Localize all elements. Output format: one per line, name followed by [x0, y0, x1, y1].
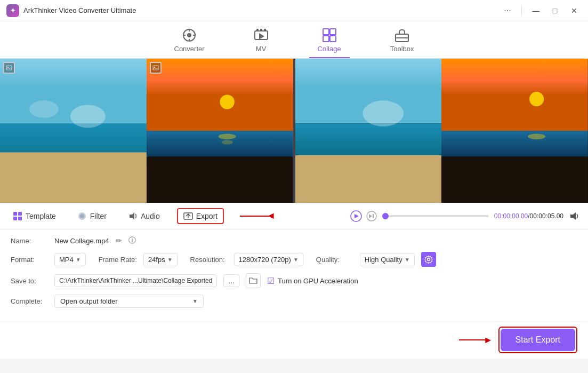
tab-mv-label: MV — [256, 45, 267, 53]
title-bar-left: ✦ ArkThinker Video Converter Ultimate — [6, 4, 136, 17]
title-separator — [521, 5, 522, 16]
format-value: MP4 — [59, 256, 74, 264]
toolbar-template[interactable]: Template — [9, 208, 60, 224]
playback-controls: 00:00:00.00/00:00:05.00 — [350, 210, 579, 222]
format-dropdown-arrow: ▼ — [76, 257, 81, 263]
svg-rect-32 — [295, 124, 442, 155]
preview-panel-2[interactable] — [147, 59, 293, 203]
name-label: Name: — [11, 237, 48, 245]
svg-rect-13 — [330, 36, 336, 42]
name-row: Name: New Collage.mp4 ✏ ⓘ — [11, 236, 577, 245]
volume-button[interactable] — [569, 211, 579, 221]
add-icon — [6, 65, 12, 71]
close-button[interactable]: ✕ — [567, 3, 582, 18]
export-arrow: ◄ — [240, 210, 276, 221]
svg-rect-12 — [323, 36, 329, 42]
maximize-button[interactable]: □ — [547, 3, 562, 18]
gear-icon — [424, 255, 433, 264]
svg-rect-35 — [441, 59, 588, 131]
quality-select[interactable]: High Quality ▼ — [360, 253, 415, 266]
progress-bar[interactable] — [382, 215, 489, 217]
tab-collage-label: Collage — [318, 45, 341, 53]
svg-rect-26 — [147, 157, 293, 203]
complete-row: Complete: Open output folder ▼ — [11, 295, 577, 308]
svg-rect-52 — [373, 214, 374, 218]
quality-dropdown-arrow: ▼ — [405, 257, 410, 263]
step-button[interactable] — [366, 211, 377, 221]
preview-panel-4[interactable] — [441, 59, 588, 203]
tab-collage[interactable]: Collage — [309, 25, 350, 58]
complete-select[interactable]: Open output folder ▼ — [54, 295, 204, 308]
toolbox-icon — [394, 28, 409, 43]
minimize-button[interactable]: — — [528, 3, 543, 18]
edit-icon[interactable]: ✏ — [116, 236, 122, 245]
tab-toolbox[interactable]: Toolbox — [382, 25, 423, 58]
format-label: Format: — [11, 256, 48, 264]
add-media-icon-1[interactable] — [3, 62, 15, 74]
svg-rect-18 — [0, 153, 147, 203]
resolution-dropdown-arrow: ▼ — [293, 257, 299, 263]
svg-rect-33 — [295, 155, 442, 203]
collage-icon — [322, 28, 337, 43]
open-folder-button[interactable] — [246, 273, 261, 288]
preview-area — [0, 59, 588, 203]
svg-rect-42 — [13, 217, 17, 220]
save-path-display: C:\ArkThinker\ArkThinker ...Ultimate\Col… — [54, 274, 217, 287]
complete-dropdown-arrow: ▼ — [192, 298, 198, 304]
folder-icon — [249, 276, 257, 285]
gpu-acceleration-checkbox[interactable]: ☑ Turn on GPU Acceleration — [267, 276, 358, 286]
svg-marker-50 — [355, 214, 359, 218]
toolbar-filter[interactable]: Filter — [73, 208, 111, 224]
browse-button[interactable]: ... — [223, 274, 239, 287]
name-value: New Collage.mp4 — [54, 237, 109, 245]
save-path-value: C:\ArkThinker\ArkThinker ...Ultimate\Col… — [59, 277, 212, 284]
app-icon: ✦ — [6, 4, 19, 17]
svg-rect-7 — [256, 29, 259, 31]
title-bar-controls: ⋯ — □ ✕ — [500, 3, 582, 18]
nav-tabs: Converter MV Collage Toolbox — [0, 21, 588, 59]
beach-scene-4 — [441, 59, 588, 203]
audio-icon — [128, 211, 138, 221]
arrow-line — [240, 216, 269, 217]
audio-label: Audio — [141, 212, 160, 220]
play-controls — [350, 210, 377, 222]
start-export-button[interactable]: Start Export — [501, 329, 575, 351]
play-button[interactable] — [350, 210, 362, 222]
template-label: Template — [26, 212, 56, 220]
svg-rect-38 — [441, 157, 588, 203]
tab-toolbox-label: Toolbox — [390, 45, 414, 53]
template-icon — [13, 211, 22, 221]
svg-rect-41 — [18, 212, 22, 216]
svg-point-24 — [220, 94, 234, 109]
arrow-line-right — [459, 339, 486, 340]
tab-mv[interactable]: MV — [245, 25, 277, 58]
svg-point-20 — [29, 100, 59, 117]
svg-rect-23 — [147, 59, 293, 131]
svg-rect-11 — [330, 29, 336, 35]
mv-icon — [254, 28, 269, 43]
menu-button[interactable]: ⋯ — [500, 3, 515, 18]
quality-settings-button[interactable] — [421, 252, 436, 267]
info-icon[interactable]: ⓘ — [128, 236, 136, 245]
toolbar-audio[interactable]: Audio — [124, 208, 164, 224]
tab-converter[interactable]: Converter — [166, 25, 213, 58]
current-time: 00:00:00.00 — [494, 212, 528, 220]
resolution-select[interactable]: 1280x720 (720p) ▼ — [234, 253, 303, 266]
filter-label: Filter — [90, 212, 107, 220]
title-bar: ✦ ArkThinker Video Converter Ultimate ⋯ … — [0, 0, 588, 21]
filter-icon — [77, 211, 87, 221]
settings-area: Name: New Collage.mp4 ✏ ⓘ Format: MP4 ▼ … — [0, 229, 588, 321]
preview-panel-3[interactable] — [295, 59, 442, 203]
converter-icon — [182, 28, 197, 43]
framerate-label: Frame Rate: — [99, 256, 137, 264]
preview-panel-1[interactable] — [0, 59, 147, 203]
add-media-icon-2[interactable] — [150, 62, 162, 74]
svg-rect-9 — [264, 29, 266, 31]
start-export-box: Start Export — [498, 327, 577, 353]
toolbar: Template Filter Audio Export ◄ — [0, 203, 588, 229]
format-select[interactable]: MP4 ▼ — [54, 253, 86, 266]
toolbar-export[interactable]: Export — [177, 208, 224, 224]
beach-scene-2 — [147, 59, 293, 203]
framerate-select[interactable]: 24fps ▼ — [143, 253, 178, 266]
framerate-dropdown-arrow: ▼ — [167, 257, 173, 263]
